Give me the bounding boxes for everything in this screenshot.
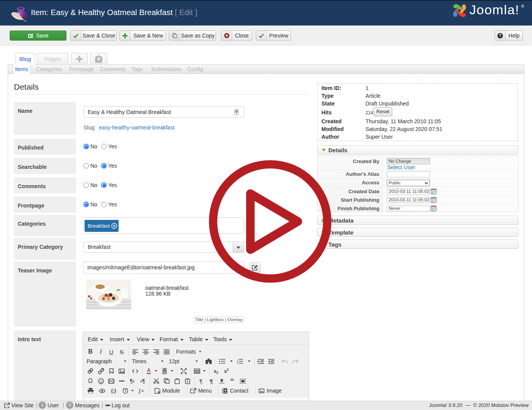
svg-text:?: ? <box>499 34 501 38</box>
svg-text:T: T <box>187 380 189 384</box>
svg-text:3: 3 <box>237 362 238 364</box>
